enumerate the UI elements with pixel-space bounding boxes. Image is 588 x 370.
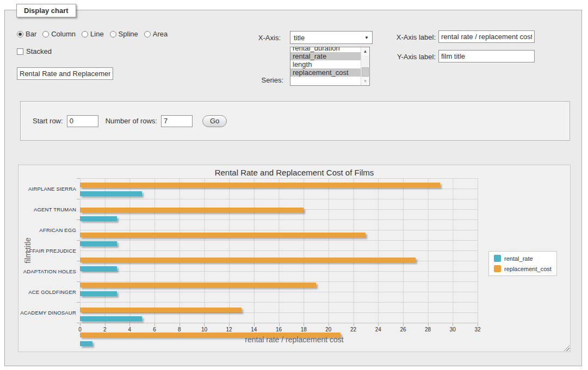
bar-rental_rate[interactable] [80,316,142,321]
x-tick-label: 32 [474,327,480,333]
bar-replacement_cost[interactable] [80,258,416,262]
bar-replacement_cost[interactable] [80,208,304,212]
radio-icon[interactable] [42,31,49,37]
x-tick-mark [154,323,155,326]
bar-group [80,258,478,278]
chart-type-option-area[interactable]: Area [144,30,168,38]
x-tick-label: 12 [226,327,232,333]
plot-area [80,178,478,323]
x-tick-label: 28 [425,327,431,333]
scrollbar-thumb[interactable] [362,67,369,77]
x-axis-selected-value: title [294,34,305,42]
radio-icon[interactable] [110,31,116,37]
bar-replacement_cost[interactable] [80,183,440,187]
y-tick-mark [77,220,80,220]
start-row-input[interactable] [67,115,98,127]
category-label: ACADEMY DINOSAUR [18,302,76,323]
x-axis-label-input[interactable] [438,30,535,43]
chart-type-option-bar[interactable]: Bar [17,30,36,38]
x-tick-mark [204,323,205,326]
start-row-label: Start row: [33,117,63,125]
chart-title-input[interactable] [17,67,113,80]
x-tick-mark [279,323,280,326]
radio-label: Line [90,30,104,38]
chart-legend: rental_ratereplacement_cost [488,251,557,276]
series-option-rental_rate[interactable]: rental_rate [290,52,361,60]
series-option-rental_duration[interactable]: rental_duration [290,47,361,52]
legend-label: rental_rate [504,255,533,262]
x-tick-label: 16 [276,327,282,333]
bar-rental_rate[interactable] [80,291,117,296]
go-button[interactable]: Go [202,115,227,127]
chart-type-option-spline[interactable]: Spline [110,30,138,38]
x-tick-mark [304,323,304,326]
num-rows-input[interactable] [161,115,193,127]
chart-type-option-column[interactable]: Column [42,30,76,38]
chart-title: Rental Rate and Replacement Cost of Film… [18,168,570,177]
x-tick-label: 22 [350,327,356,333]
y-axis-title: film title [23,218,32,283]
series-options: rental_durationrental_ratelengthreplacem… [290,47,369,77]
x-tick-label: 18 [301,327,307,333]
category-label: AGENT TRUMAN [18,199,76,220]
bar-replacement_cost[interactable] [80,308,242,312]
chart-type-group: BarColumnLineSplineArea [17,30,168,38]
stacked-label: Stacked [26,47,52,55]
y-axis-label-input[interactable] [438,50,535,62]
display-chart-panel: Display chart BarColumnLineSplineArea St… [4,10,582,366]
x-tick-mark [354,323,354,326]
panel-title: Display chart [16,4,76,17]
listbox-scrollbar[interactable]: ▲ ▼ [361,47,369,85]
num-rows-label: Number of rows: [106,117,157,125]
bar-replacement_cost[interactable] [80,233,366,237]
x-axis-select[interactable]: title ▼ [290,31,373,44]
radio-icon[interactable] [82,31,88,37]
category-label: ACE GOLDFINGER [18,281,76,302]
x-tick-label: 26 [400,327,406,333]
legend-label: replacement_cost [504,266,552,272]
bar-rental_rate[interactable] [80,266,117,271]
x-tick-mark [378,323,379,326]
bar-rental_rate[interactable] [80,216,117,221]
x-tick-mark [478,323,478,326]
scroll-up-icon[interactable]: ▲ [361,47,369,55]
bar-replacement_cost[interactable] [80,283,316,287]
y-tick-mark [77,281,80,282]
series-listbox[interactable]: rental_durationrental_ratelengthreplacem… [290,47,370,86]
radio-icon[interactable] [17,31,23,37]
bar-rental_rate[interactable] [80,241,117,246]
radio-label: Spline [119,30,138,38]
bar-group [80,233,478,253]
x-tick-mark [453,323,453,326]
x-tick-label: 2 [103,327,107,333]
x-tick-label: 10 [201,327,207,333]
x-tick-label: 8 [178,327,181,333]
legend-item-rental_rate[interactable]: rental_rate [494,255,552,262]
y-tick-mark [77,178,80,179]
y-tick-mark [77,302,80,303]
y-tick-mark [77,240,80,241]
stacked-checkbox[interactable] [17,48,23,55]
legend-swatch [494,265,501,272]
x-tick-mark [229,323,230,326]
series-option-replacement_cost[interactable]: replacement_cost [290,68,361,77]
series-option-length[interactable]: length [290,60,361,68]
rows-panel: Start row: Number of rows: Go [20,101,570,141]
x-tick-label: 20 [325,327,331,333]
stacked-option[interactable]: Stacked [17,47,52,55]
radio-icon[interactable] [144,31,151,37]
radio-label: Bar [26,30,36,38]
radio-label: Column [51,30,76,38]
bar-rental_rate[interactable] [80,191,142,196]
chart-type-option-line[interactable]: Line [82,30,104,38]
bar-group [80,208,478,228]
x-tick-mark [403,323,404,326]
x-tick-label: 6 [153,327,156,333]
scroll-down-icon[interactable]: ▼ [361,77,369,85]
resize-grip-icon[interactable] [562,344,570,351]
legend-swatch [494,255,501,262]
series-select-label: Series: [231,76,283,84]
category-label: AIRPLANE SIERRA [18,178,76,199]
x-axis-label-label: X-Axis label: [382,33,436,41]
legend-item-replacement_cost[interactable]: replacement_cost [494,265,552,272]
